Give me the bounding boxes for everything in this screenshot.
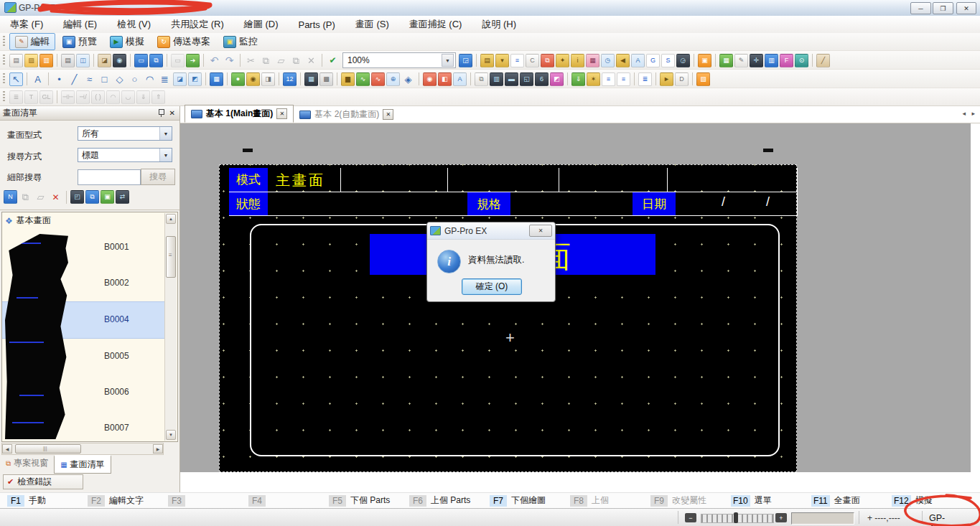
- data-download-icon[interactable]: ⇓: [571, 72, 585, 86]
- separator[interactable]: [93, 54, 94, 67]
- Parts (P)[interactable]: Parts (P): [288, 17, 345, 33]
- screen-color-icon[interactable]: ▣: [698, 54, 711, 67]
- ellipse-tool-icon[interactable]: ○: [128, 72, 141, 86]
- F4[interactable]: F4: [248, 495, 329, 507]
- fit-screen-icon[interactable]: ◲: [459, 54, 472, 67]
- zoom-out-button[interactable]: −: [685, 513, 696, 522]
- trigger-hand-icon[interactable]: ►: [660, 72, 673, 86]
- compare-transfer-icon[interactable]: ⇄: [116, 190, 129, 204]
- polyline-tool-icon[interactable]: ≈: [83, 72, 96, 86]
- separator[interactable]: [203, 54, 204, 67]
- scroll-right-icon[interactable]: ▶: [153, 444, 163, 454]
- edit-mode-button[interactable]: ✎ 編輯: [9, 33, 55, 50]
- F6[interactable]: F6 上個 Parts: [409, 494, 490, 507]
- bar-graph-icon[interactable]: ▆: [341, 72, 355, 86]
- vnc-display-icon[interactable]: 6: [535, 72, 549, 86]
- delete-screen-icon[interactable]: ✕: [49, 190, 62, 204]
- new-screen-small-icon[interactable]: N: [4, 190, 17, 204]
- camera-unit-icon[interactable]: ▬: [505, 72, 518, 86]
- error-check-icon[interactable]: ✔: [326, 54, 340, 67]
- zoom-select[interactable]: 100% ▼: [342, 52, 456, 68]
- parts-list-icon[interactable]: ≡: [510, 54, 524, 67]
- message-list-icon[interactable]: ≡: [617, 72, 630, 86]
- alarm-list-icon[interactable]: ≡: [602, 72, 615, 86]
- F10[interactable]: F10 選單: [731, 494, 811, 507]
- 說明 (H)[interactable]: 說明 (H): [472, 15, 526, 34]
- chevron-down-icon[interactable]: ▼: [442, 54, 454, 67]
- script-edit-icon[interactable]: ✎: [734, 54, 748, 67]
- maximize-button[interactable]: ❐: [933, 2, 953, 14]
- delete-icon[interactable]: ✕: [304, 54, 318, 67]
- separator[interactable]: [205, 72, 206, 85]
- csv-export-icon[interactable]: C: [526, 54, 539, 67]
- ok-button[interactable]: 確定 (O): [462, 278, 522, 295]
- F1[interactable]: F1 手動: [7, 494, 88, 507]
- 畫面 (S)[interactable]: 畫面 (S): [345, 15, 399, 34]
- preview-monitor-icon[interactable]: ◰: [70, 190, 84, 204]
- copy-icon[interactable]: ⧉: [259, 54, 273, 67]
- horizontal-scrollbar[interactable]: ◀ ▶: [1, 443, 164, 455]
- image-import-icon[interactable]: ◩: [188, 72, 202, 86]
- toolbar-grip[interactable]: [3, 91, 5, 103]
- print-preview-icon[interactable]: ◫: [76, 54, 90, 67]
- cd-display-icon[interactable]: ◩: [550, 72, 564, 86]
- cell-main-screen[interactable]: 主畫面: [276, 171, 325, 190]
- minimize-button[interactable]: ─: [910, 2, 931, 14]
- sampling-graph-icon[interactable]: ⊕: [386, 72, 400, 86]
- trend-graph-icon[interactable]: ∿: [371, 72, 385, 86]
- symbol-variable-icon[interactable]: ▾: [495, 54, 509, 67]
- cell-mode[interactable]: 模式: [229, 168, 268, 192]
- toolbar-grip[interactable]: [3, 36, 5, 47]
- F3[interactable]: F3: [168, 495, 248, 507]
- keypad-popup-icon[interactable]: ▩: [319, 72, 333, 86]
- separator[interactable]: [337, 72, 337, 85]
- monitor-button[interactable]: ▣ 監控: [218, 33, 263, 50]
- separator[interactable]: [419, 72, 419, 85]
- switch-parts-icon[interactable]: ●: [231, 72, 245, 86]
- 共用設定 (R)[interactable]: 共用設定 (R): [161, 15, 234, 34]
- dialog-close-button[interactable]: ✕: [529, 225, 552, 237]
- cell-date[interactable]: 日期: [633, 192, 676, 215]
- xy-graph-icon[interactable]: ◈: [401, 72, 415, 86]
- redo-icon[interactable]: ↷: [223, 54, 236, 67]
- movie-player-icon[interactable]: ▥: [490, 72, 503, 86]
- F11[interactable]: F11 全畫面: [811, 494, 892, 507]
- address-block-icon[interactable]: ▦: [719, 54, 733, 67]
- font-settings-icon[interactable]: F: [780, 54, 793, 67]
- language-s-icon[interactable]: S: [661, 54, 675, 67]
- pin-icon[interactable]: [158, 109, 164, 117]
- close-button[interactable]: ✕: [956, 2, 976, 14]
- image-placement-icon[interactable]: ◪: [173, 72, 187, 86]
- save-project-icon[interactable]: ▥: [39, 54, 53, 67]
- separator[interactable]: [476, 54, 477, 67]
- power-settings-icon[interactable]: ⊙: [795, 54, 808, 67]
- separator[interactable]: [567, 72, 568, 85]
- screen-type-select[interactable]: 所有 ▼: [78, 126, 172, 141]
- zoom-slider-thumb[interactable]: [734, 512, 738, 523]
- 繪圖 (D)[interactable]: 繪圖 (D): [234, 15, 289, 34]
- zoom-in-button[interactable]: +: [775, 513, 787, 522]
- separator[interactable]: [300, 72, 301, 85]
- screen-canvas[interactable]: 模式 主畫面 狀態 規格 日期 / / 面 +: [219, 164, 797, 472]
- separator[interactable]: [66, 191, 67, 204]
- 畫面捕捉 (C)[interactable]: 畫面捕捉 (C): [399, 15, 472, 34]
- separator[interactable]: [27, 72, 27, 85]
- preview-button[interactable]: ▣ 預覽: [57, 33, 103, 50]
- alarm-lamp-icon[interactable]: ◉: [423, 72, 437, 86]
- new-screen-icon[interactable]: ▭: [134, 54, 148, 67]
- search-mode-select[interactable]: 標題 ▼: [78, 148, 172, 162]
- separator[interactable]: [240, 54, 241, 67]
- operation-guide-icon[interactable]: i: [571, 54, 584, 67]
- separator[interactable]: [715, 54, 716, 67]
- tree-root-basic-screens[interactable]: ❖ 基本畫面: [5, 215, 51, 227]
- remote-pc-icon[interactable]: ◱: [520, 72, 533, 86]
- transfer-project-button[interactable]: ↻ 傳送專案: [151, 33, 216, 50]
- polygon-tool-icon[interactable]: ◇: [113, 72, 126, 86]
- separator[interactable]: [634, 72, 635, 85]
- duplicate-icon[interactable]: ⧉: [289, 54, 303, 67]
- d-script-icon[interactable]: D: [675, 72, 689, 86]
- select-cursor-icon[interactable]: ↖: [9, 72, 23, 86]
- separator[interactable]: [57, 54, 57, 67]
- F5[interactable]: F5 下個 Parts: [329, 494, 409, 507]
- 專案 (F)[interactable]: 專案 (F): [0, 15, 53, 34]
